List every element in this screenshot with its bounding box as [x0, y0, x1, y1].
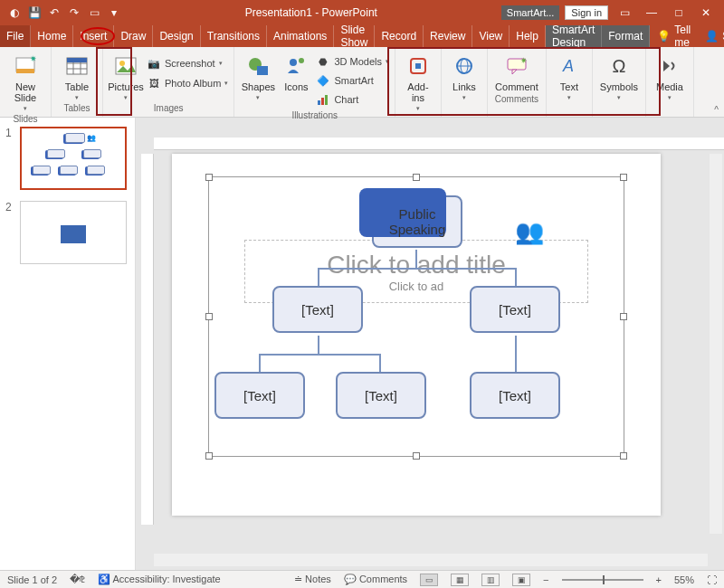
group-images: Pictures ▾ 📷 Screenshot▾ 🖼 Photo Album▾ … — [103, 47, 234, 117]
tab-animations[interactable]: Animations — [267, 25, 334, 47]
3d-models-label: 3D Models — [334, 56, 382, 67]
photo-album-label: Photo Album — [165, 78, 221, 89]
tab-view[interactable]: View — [472, 25, 510, 47]
notes-label: Notes — [305, 574, 331, 584]
redo-icon[interactable]: ↷ — [67, 5, 81, 20]
scrollbar-vertical[interactable] — [710, 154, 722, 534]
new-slide-icon: ✷ — [14, 52, 37, 80]
pictures-icon — [114, 52, 138, 80]
new-slide-button[interactable]: ✷ New Slide ▾ — [5, 51, 45, 112]
tab-insert[interactable]: Insert — [73, 25, 114, 47]
svg-marker-24 — [512, 70, 517, 74]
comments-button[interactable]: 💬 Comments — [344, 574, 407, 585]
ribbon-tabs: File Home Insert Draw Design Transitions… — [0, 25, 724, 47]
sign-in-button[interactable]: Sign in — [565, 5, 608, 20]
thumb-number-1: 1 — [5, 127, 14, 190]
svg-rect-19 — [415, 63, 421, 69]
symbols-label: Symbols — [600, 81, 638, 92]
smartart-label: SmartArt — [334, 75, 373, 86]
zoom-in-button[interactable]: + — [656, 574, 662, 585]
tab-transitions[interactable]: Transitions — [201, 25, 267, 47]
shapes-icon — [246, 52, 270, 80]
close-icon[interactable]: ✕ — [695, 6, 717, 19]
slide-thumbnail-2[interactable] — [20, 201, 127, 264]
smartart-node-l3c[interactable]: [Text] — [470, 372, 560, 419]
status-slide-indicator[interactable]: Slide 1 of 2 — [7, 574, 57, 585]
icons-icon — [285, 52, 307, 80]
tell-me-search[interactable]: 💡 Tell me — [650, 25, 698, 47]
smartart-node-l2a[interactable]: [Text] — [272, 286, 363, 333]
smartart-node-root[interactable]: Public Speaking — [372, 195, 462, 248]
comment-button[interactable]: ✷ Comment — [493, 51, 540, 92]
view-slideshow-button[interactable]: ▣ — [512, 574, 530, 586]
share-button[interactable]: 👤 Share — [698, 25, 724, 47]
tab-slideshow[interactable]: Slide Show — [334, 25, 375, 47]
undo-icon[interactable]: ↶ — [47, 5, 62, 20]
start-from-beginning-icon[interactable]: ▭ — [87, 5, 101, 20]
tab-help[interactable]: Help — [510, 25, 546, 47]
smartart-node-l3a[interactable]: [Text] — [214, 372, 305, 419]
text-label: Text — [560, 81, 578, 92]
fit-to-window-button[interactable]: ⛶ — [707, 574, 717, 585]
view-sorter-button[interactable]: ▦ — [451, 574, 469, 586]
chart-button[interactable]: Chart — [316, 90, 389, 109]
scrollbar-horizontal[interactable] — [154, 554, 708, 566]
smartart-node-l2b[interactable]: [Text] — [470, 286, 560, 333]
svg-rect-15 — [318, 100, 320, 105]
status-accessibility[interactable]: ♿ Accessibility: Investigate — [98, 574, 221, 585]
notes-button[interactable]: ≐ Notes — [294, 574, 331, 585]
smartart-button[interactable]: 🔷 SmartArt — [316, 71, 389, 90]
contextual-tab-label: SmartArt... — [501, 5, 560, 20]
minimize-icon[interactable]: — — [641, 6, 662, 19]
smartart-node-text: [Text] — [301, 302, 334, 318]
smartart-node-text: [Text] — [499, 302, 531, 318]
slide-canvas-area[interactable]: Click to add title Click to ad — [136, 118, 724, 570]
zoom-slider[interactable] — [562, 579, 643, 581]
view-normal-button[interactable]: ▭ — [420, 574, 438, 586]
smartart-node-text: [Text] — [499, 388, 531, 403]
text-button[interactable]: A Text▾ — [552, 51, 586, 101]
tab-design[interactable]: Design — [153, 25, 200, 47]
svg-rect-12 — [257, 66, 268, 75]
screenshot-button[interactable]: 📷 Screenshot▾ — [147, 54, 228, 72]
qat-customize-dropdown-icon[interactable]: ▾ — [107, 5, 121, 20]
links-button[interactable]: Links▾ — [447, 51, 481, 101]
group-slides: ✷ New Slide ▾ Slides — [0, 47, 52, 117]
svg-text:✷: ✷ — [30, 54, 37, 63]
tab-format[interactable]: Format — [602, 25, 650, 47]
chart-label: Chart — [334, 94, 358, 105]
tab-review[interactable]: Review — [424, 25, 472, 47]
zoom-percent[interactable]: 55% — [674, 574, 694, 585]
slide-thumbnail-1[interactable]: 👥 — [20, 127, 127, 190]
collapse-ribbon-icon[interactable]: ^ — [714, 105, 719, 115]
ribbon-display-options-icon[interactable]: ▭ — [614, 6, 635, 19]
tab-record[interactable]: Record — [375, 25, 424, 47]
comments-label: Comments — [359, 574, 407, 584]
table-button[interactable]: Table ▾ — [57, 51, 97, 101]
3d-models-button[interactable]: ⬣ 3D Models▾ — [316, 52, 389, 71]
icons-label: Icons — [284, 81, 308, 92]
media-button[interactable]: Media▾ — [652, 51, 688, 101]
save-icon[interactable]: 💾 — [27, 5, 42, 20]
addins-button[interactable]: Add- ins▾ — [401, 51, 435, 112]
symbols-button[interactable]: Ω Symbols▾ — [598, 51, 640, 101]
photo-album-button[interactable]: 🖼 Photo Album▾ — [147, 74, 228, 92]
tab-file[interactable]: File — [0, 25, 31, 47]
tab-smartart-design[interactable]: SmartArt Design — [546, 25, 602, 47]
shapes-button[interactable]: Shapes ▾ — [240, 51, 276, 109]
svg-text:✷: ✷ — [520, 56, 528, 65]
smartart-node-l3b[interactable]: [Text] — [336, 372, 426, 419]
icons-button[interactable]: Icons — [280, 51, 312, 109]
tab-draw[interactable]: Draw — [114, 25, 153, 47]
view-reading-button[interactable]: ▥ — [481, 574, 500, 586]
accessibility-label: Accessibility: Investigate — [113, 574, 221, 584]
smartart-selection[interactable]: Public Speaking 👥 [Text] [Text] [Text] [… — [208, 176, 624, 457]
tab-home[interactable]: Home — [31, 25, 73, 47]
status-language[interactable]: �⅊ — [70, 574, 85, 585]
zoom-out-button[interactable]: − — [543, 574, 548, 585]
slide[interactable]: Click to add title Click to ad — [172, 154, 661, 516]
pictures-button[interactable]: Pictures ▾ — [109, 51, 143, 101]
autosave-toggle-icon[interactable]: ◐ — [7, 5, 22, 20]
thumb-number-2: 2 — [5, 201, 14, 264]
maximize-icon[interactable]: □ — [668, 6, 690, 19]
